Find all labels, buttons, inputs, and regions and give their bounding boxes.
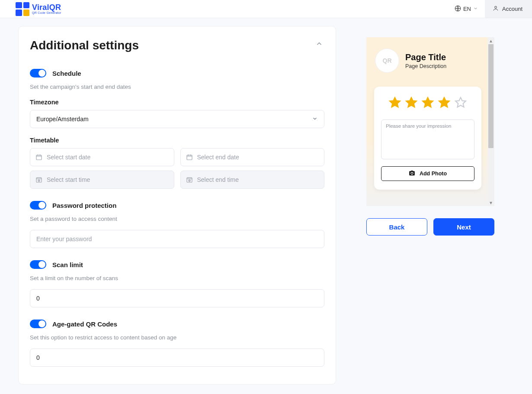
scan-limit-input[interactable]: [36, 290, 318, 307]
chevron-down-icon: [473, 6, 478, 12]
age-gated-section: Age-gated QR Codes Set this option to re…: [30, 320, 324, 367]
impression-placeholder: Please share your impression: [386, 123, 452, 129]
qr-logo-placeholder: QR: [375, 48, 399, 73]
page-title: Additional settings: [30, 39, 324, 52]
scroll-up-icon[interactable]: ▲: [487, 37, 494, 44]
collapse-section-button[interactable]: [314, 39, 324, 50]
preview-column: QR Page Title Page Description Please sh…: [366, 37, 494, 236]
password-label: Password protection: [52, 202, 116, 209]
scan-limit-label: Scan limit: [52, 261, 83, 268]
review-card: Please share your impression Add Photo: [374, 87, 481, 190]
end-date-placeholder: Select end date: [197, 154, 239, 161]
password-input[interactable]: [36, 230, 318, 248]
star-filled-icon[interactable]: [388, 96, 401, 109]
chevron-down-icon: [312, 116, 318, 123]
schedule-section: Schedule Set the campaign's start and en…: [30, 69, 324, 189]
age-gated-label: Age-gated QR Codes: [52, 320, 117, 328]
app-header: ViralQR QR Code Generator EN Account: [0, 0, 532, 18]
scan-limit-toggle[interactable]: [30, 260, 46, 269]
password-section: Password protection Set a password to ac…: [30, 201, 324, 248]
start-date-input[interactable]: Select start date: [30, 148, 174, 166]
start-date-placeholder: Select start date: [47, 154, 90, 161]
scroll-thumb[interactable]: [488, 44, 494, 148]
qr-badge-text: QR: [383, 57, 392, 64]
preview-description: Page Description: [405, 63, 446, 69]
scan-limit-subtext: Set a limit on the number of scans: [30, 275, 324, 281]
clock-icon: [186, 176, 193, 183]
scan-limit-section: Scan limit Set a limit on the number of …: [30, 260, 324, 307]
end-time-placeholder: Select end time: [197, 176, 239, 183]
next-label: Next: [457, 223, 471, 231]
svg-rect-3: [187, 155, 192, 160]
language-selector[interactable]: EN: [448, 5, 485, 13]
timezone-select[interactable]: Europe/Amsterdam: [30, 110, 324, 128]
back-button[interactable]: Back: [366, 218, 427, 236]
preview-scrollbar[interactable]: ▲ ▼: [487, 37, 494, 206]
star-filled-icon[interactable]: [405, 96, 418, 109]
next-button[interactable]: Next: [433, 218, 494, 236]
timetable-label: Timetable: [30, 137, 324, 144]
logo-mark-icon: [16, 2, 29, 16]
clock-icon: [35, 176, 42, 183]
language-code: EN: [463, 6, 471, 12]
timezone-value: Europe/Amsterdam: [36, 116, 89, 123]
additional-settings-card: Additional settings Schedule Set the cam…: [18, 26, 336, 384]
brand-subtitle: QR Code Generator: [32, 11, 61, 14]
calendar-icon: [186, 154, 193, 161]
add-photo-button[interactable]: Add Photo: [381, 166, 474, 181]
star-rating: [381, 96, 474, 109]
star-empty-icon[interactable]: [454, 96, 467, 109]
page-preview: QR Page Title Page Description Please sh…: [366, 37, 487, 206]
logo-text: ViralQR QR Code Generator: [32, 3, 61, 14]
end-date-input[interactable]: Select end date: [180, 148, 325, 166]
schedule-label: Schedule: [52, 70, 81, 77]
calendar-icon: [35, 154, 42, 161]
star-filled-icon[interactable]: [421, 96, 434, 109]
svg-point-1: [495, 6, 497, 8]
svg-rect-2: [36, 155, 42, 160]
globe-icon: [455, 5, 461, 13]
impression-textarea[interactable]: Please share your impression: [381, 119, 474, 159]
logo[interactable]: ViralQR QR Code Generator: [16, 2, 61, 16]
account-button[interactable]: Account: [485, 0, 532, 18]
age-gated-toggle[interactable]: [30, 320, 46, 328]
add-photo-label: Add Photo: [420, 171, 447, 177]
preview-title: Page Title: [405, 52, 446, 62]
password-toggle[interactable]: [30, 201, 46, 210]
age-gated-input[interactable]: [36, 349, 318, 366]
account-label: Account: [502, 6, 522, 12]
end-time-input[interactable]: Select end time: [180, 171, 325, 189]
chevron-up-icon: [315, 40, 323, 49]
scroll-down-icon[interactable]: ▼: [487, 199, 494, 206]
schedule-toggle[interactable]: [30, 69, 46, 78]
star-filled-icon[interactable]: [438, 96, 451, 109]
user-icon: [493, 5, 499, 13]
timezone-label: Timezone: [30, 99, 324, 106]
start-time-input[interactable]: Select start time: [30, 171, 174, 189]
password-subtext: Set a password to access content: [30, 216, 324, 222]
camera-icon: [409, 170, 415, 178]
age-gated-subtext: Set this option to restrict access to co…: [30, 334, 324, 341]
brand-name: ViralQR: [32, 3, 61, 11]
start-time-placeholder: Select start time: [47, 176, 90, 183]
back-label: Back: [389, 223, 405, 231]
schedule-subtext: Set the campaign's start and end dates: [30, 84, 324, 90]
